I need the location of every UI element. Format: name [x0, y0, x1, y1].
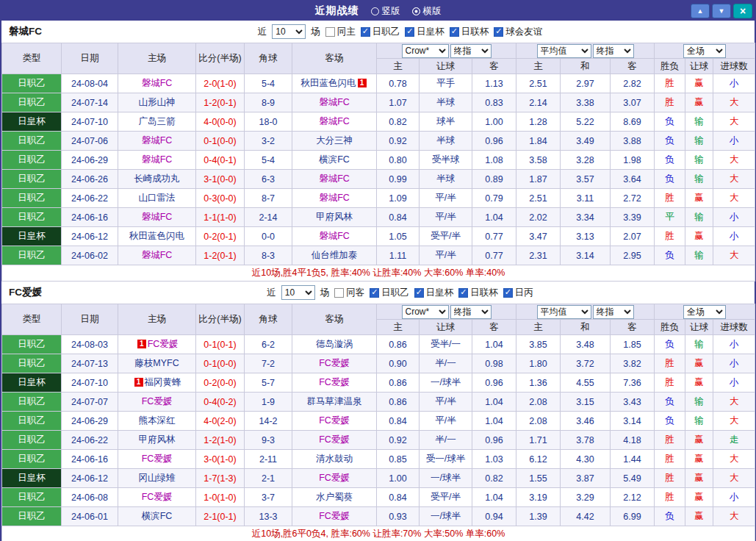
match-date: 24-06-16	[62, 208, 118, 227]
odds-away: 0.79	[472, 189, 516, 208]
avg-home: 3.58	[516, 151, 561, 170]
league-type-badge: 日职乙	[2, 189, 62, 208]
result-winloss: 负	[655, 335, 685, 354]
corner-cell: 14-2	[245, 412, 292, 431]
corner-cell: 0-0	[245, 227, 292, 246]
scroll-down-button[interactable]: ▼	[712, 4, 731, 18]
match-count-select[interactable]: 10	[272, 24, 306, 39]
handicap-time-select[interactable]: 终指	[450, 305, 492, 319]
bookmaker-select[interactable]: Crow*	[402, 44, 449, 58]
same-venue-checkbox[interactable]: 同主	[325, 26, 356, 38]
corner-cell: 2-11	[245, 450, 292, 469]
avg-time-select[interactable]: 终指	[593, 44, 634, 58]
avg-home: 3.47	[516, 227, 561, 246]
odds-handicap: 受半/一	[420, 335, 472, 354]
odds-away: 0.98	[472, 354, 516, 373]
away-team-cell: 磐城FC	[292, 170, 377, 189]
corner-cell: 13-3	[245, 507, 292, 526]
avg-odds-select[interactable]: 平均值	[537, 305, 591, 319]
result-handicap: 赢	[685, 469, 713, 488]
avg-away: 2.82	[611, 74, 655, 93]
corner-cell: 3-2	[245, 132, 292, 151]
avg-draw: 3.34	[561, 208, 611, 227]
title-group: 近期战绩 竖版 横版	[315, 4, 442, 18]
avg-home: 2.51	[516, 189, 561, 208]
competition-checkbox-2[interactable]: 日皇杯	[405, 26, 444, 38]
team-name: FC爱媛	[142, 396, 173, 406]
odds-handicap: 平手	[420, 74, 472, 93]
odds-away: 0.77	[472, 246, 516, 265]
avg-home: 2.08	[516, 393, 561, 412]
col-corner: 角球	[245, 304, 292, 335]
league-type-badge: 日职乙	[2, 450, 62, 469]
checkbox-icon	[361, 27, 370, 37]
home-team-cell: 磐城FC	[118, 246, 196, 265]
odds-away: 1.04	[472, 412, 516, 431]
match-count-select[interactable]: 10	[281, 285, 315, 300]
odds-handicap: 平/半	[420, 412, 472, 431]
odds-home: 1.00	[377, 469, 420, 488]
result-winloss: 负	[655, 170, 685, 189]
col-date: 日期	[62, 304, 118, 335]
avg-draw: 3.87	[561, 469, 611, 488]
result-goals: 小	[713, 208, 755, 227]
corner-cell: 1-9	[245, 393, 292, 412]
team-name: 清水鼓动	[316, 454, 353, 464]
away-team-cell: 群马草津温泉	[292, 393, 377, 412]
checkbox-label: 同客	[346, 287, 364, 299]
close-button[interactable]: ×	[733, 4, 752, 18]
home-team-cell: 磐城FC	[118, 132, 196, 151]
league-type-badge: 日职乙	[2, 335, 62, 354]
team-name: 秋田蓝色闪电	[129, 231, 184, 241]
result-winloss: 平	[655, 208, 685, 227]
away-team-cell: FC爱媛	[292, 412, 377, 431]
period-select[interactable]: 全场	[683, 44, 726, 58]
period-select[interactable]: 全场	[683, 305, 726, 319]
away-team-cell: 水户蜀葵	[292, 488, 377, 507]
corner-cell: 18-0	[245, 112, 292, 132]
home-team-cell: FC爱媛	[118, 488, 196, 507]
layout-radio-horizontal[interactable]: 横版	[412, 5, 442, 18]
same-venue-checkbox[interactable]: 同客	[334, 287, 364, 299]
avg-home: 2.51	[516, 74, 561, 93]
odds-home: 0.84	[377, 412, 420, 431]
competition-checkbox-1[interactable]: 日职乙	[370, 287, 409, 299]
league-type-badge: 日职乙	[2, 93, 62, 112]
competition-checkbox-4[interactable]: 球会友谊	[494, 26, 542, 38]
odds-home: 0.92	[377, 431, 420, 450]
odds-away: 1.04	[472, 393, 516, 412]
team-name: FC爱媛	[319, 473, 350, 483]
avg-home: 1.71	[516, 431, 561, 450]
competition-checkbox-3[interactable]: 日联杯	[458, 287, 498, 299]
table-footer: 近10场,胜4平1负5, 胜率:40% 让胜率:40% 大率:60% 单率:40…	[2, 265, 755, 282]
col-home: 主场	[118, 304, 196, 335]
avg-home: 2.14	[516, 93, 561, 112]
competition-checkbox-1[interactable]: 日职乙	[361, 26, 400, 38]
result-winloss: 胜	[655, 450, 685, 469]
scroll-up-button[interactable]: ▲	[691, 4, 710, 18]
matches-tbody: 日职乙24-08-04磐城FC2-0(1-0)5-4秋田蓝色闪电10.78平手1…	[2, 74, 755, 265]
radio-icon	[371, 7, 379, 15]
handicap-time-select[interactable]: 终指	[450, 44, 492, 58]
avg-away: 1.44	[611, 450, 655, 469]
competition-checkbox-3[interactable]: 日联杯	[450, 26, 489, 38]
result-handicap: 赢	[685, 227, 713, 246]
competition-checkbox-2[interactable]: 日皇杯	[414, 287, 454, 299]
odds-home: 0.86	[377, 335, 420, 354]
team-name: 甲府风林	[316, 212, 353, 222]
result-goals: 大	[713, 189, 755, 208]
avg-odds-select[interactable]: 平均值	[537, 44, 591, 58]
result-winloss: 胜	[655, 431, 685, 450]
recent-results-window: 近期战绩 竖版 横版 ▲ ▼ × 磐城FC 近 10 场	[0, 0, 756, 541]
home-team-cell: 熊本深红	[118, 412, 196, 431]
layout-radio-vertical[interactable]: 竖版	[371, 5, 400, 18]
competition-checkbox-4[interactable]: 日丙	[503, 287, 533, 299]
matches-table: 类型 日期 主场 比分(半场) 角球 客场 Crow*终指 平均值终指 全场	[1, 304, 755, 541]
sub-col-avg-away: 客	[611, 320, 655, 335]
checkbox-label: 日职乙	[381, 287, 409, 299]
home-team-cell: 横滨FC	[118, 507, 196, 526]
red-card-badge: 1	[358, 79, 367, 87]
avg-time-select[interactable]: 终指	[593, 305, 634, 319]
bookmaker-select[interactable]: Crow*	[402, 305, 449, 319]
result-goals: 大	[713, 246, 755, 265]
